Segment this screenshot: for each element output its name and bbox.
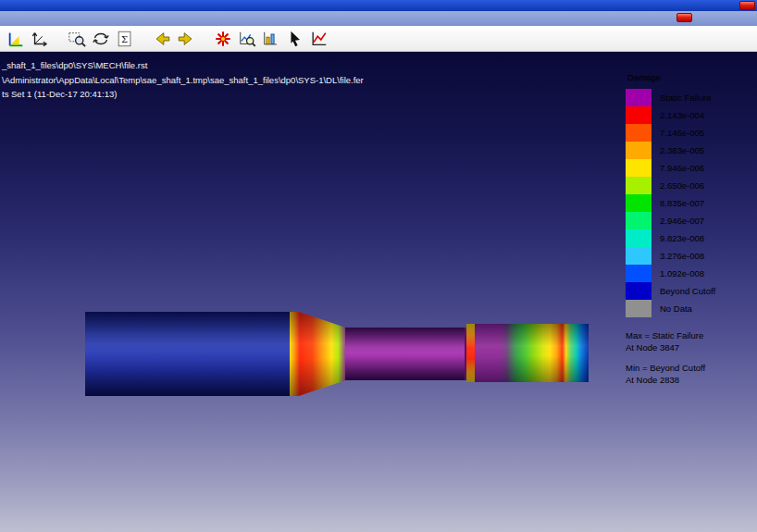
legend-label: 7.146e-005 <box>660 128 704 138</box>
results-set-line: ts Set 1 (11-Dec-17 20:41:13) <box>2 87 364 102</box>
min-node-line: At Node 2838 <box>626 375 715 387</box>
application-window: Σ _shaft_1_files\dp0\SYS\MECH\file.rst \… <box>0 0 757 532</box>
svg-text:Σ: Σ <box>121 33 128 43</box>
child-window-bar <box>0 11 757 27</box>
legend-label: Static Failure <box>660 93 711 103</box>
legend-row: 2.946e-007 <box>626 212 715 229</box>
legend-row: 7.146e-005 <box>626 124 715 142</box>
shaft-section-right[interactable] <box>475 324 589 382</box>
prev-arrow-icon[interactable] <box>151 28 173 50</box>
legend-row: 2.650e-006 <box>626 177 715 194</box>
max-node-line: At Node 3847 <box>626 342 715 354</box>
shaft-groove-ring[interactable] <box>466 324 475 382</box>
legend-label: 2.946e-007 <box>660 216 704 226</box>
shaft-section-middle[interactable] <box>345 328 466 380</box>
fatigue-file-line: \Administrator\AppData\Local\Temp\sae_sh… <box>2 73 364 88</box>
line-plot-icon[interactable] <box>308 28 330 50</box>
axes-icon[interactable] <box>29 28 51 50</box>
legend-swatch <box>626 142 652 159</box>
legend-row: 3.276e-008 <box>626 247 715 265</box>
next-arrow-icon[interactable] <box>175 28 197 50</box>
3d-viewport[interactable]: _shaft_1_files\dp0\SYS\MECH\file.rst \Ad… <box>0 52 757 532</box>
legend-swatch <box>626 229 652 247</box>
legend-swatch <box>626 194 652 212</box>
legend-label: No Data <box>660 303 692 314</box>
plot-axes-icon[interactable] <box>5 28 27 50</box>
zoom-window-icon[interactable] <box>66 28 88 50</box>
toolbar-separator <box>199 38 210 39</box>
child-close-button[interactable] <box>676 13 692 22</box>
chart-zoom-icon[interactable] <box>236 28 258 50</box>
legend-label: 7.946e-006 <box>660 163 704 173</box>
legend-label: 2.650e-006 <box>660 180 704 191</box>
legend-row: 2.383e-005 <box>626 142 715 159</box>
legend-title: Damage <box>627 72 715 82</box>
legend-swatch <box>626 124 652 142</box>
legend-label: 2.143e-004 <box>660 110 704 120</box>
legend-label: 2.383e-005 <box>660 145 704 155</box>
legend-swatch <box>626 106 652 124</box>
legend-row: 9.823e-008 <box>626 229 715 247</box>
legend-swatch <box>626 265 652 282</box>
legend-label: 8.835e-007 <box>660 198 704 208</box>
toolbar: Σ <box>0 26 757 52</box>
legend-swatch <box>626 247 652 265</box>
legend-row: 2.143e-004 <box>626 106 715 124</box>
legend-swatch <box>626 212 652 229</box>
legend-swatch <box>626 89 652 106</box>
legend-max-note: Max = Static Failure At Node 3847 <box>626 330 715 353</box>
orbit-icon[interactable] <box>90 28 112 50</box>
legend-row: Static Failure <box>626 89 715 106</box>
legend-label: Beyond Cutoff <box>660 286 715 296</box>
legend-row: 7.946e-006 <box>626 159 715 177</box>
legend-label: 9.823e-008 <box>660 233 704 243</box>
legend-entries: Static Failure2.143e-0047.146e-0052.383e… <box>626 89 715 317</box>
legend-row: Beyond Cutoff <box>626 282 715 300</box>
legend-label: 3.276e-008 <box>660 251 704 261</box>
legend-swatch <box>626 177 652 194</box>
shaft-section-left[interactable] <box>85 312 290 396</box>
max-value-line: Max = Static Failure <box>626 330 715 342</box>
legend-row: No Data <box>626 300 715 317</box>
legend-row: 8.835e-007 <box>626 194 715 212</box>
legend-swatch <box>626 282 652 300</box>
app-close-button[interactable] <box>739 1 755 10</box>
result-info-block: _shaft_1_files\dp0\SYS\MECH\file.rst \Ad… <box>2 58 364 102</box>
damage-legend: Damage Static Failure2.143e-0047.146e-00… <box>626 72 715 386</box>
toolbar-separator <box>138 38 149 39</box>
chart-bars-icon[interactable] <box>260 28 282 50</box>
legend-row: 1.092e-008 <box>626 265 715 282</box>
legend-min-note: Min = Beyond Cutoff At Node 2838 <box>626 363 715 386</box>
shaft-shoulder-taper[interactable] <box>290 312 346 396</box>
app-titlebar <box>0 0 757 11</box>
legend-swatch <box>626 300 652 317</box>
result-file-line: _shaft_1_files\dp0\SYS\MECH\file.rst <box>2 58 364 73</box>
legend-swatch <box>626 159 652 177</box>
sigma-icon[interactable]: Σ <box>114 28 136 50</box>
pointer-icon[interactable] <box>284 28 306 50</box>
min-value-line: Min = Beyond Cutoff <box>626 363 715 375</box>
legend-label: 1.092e-008 <box>660 268 704 278</box>
toolbar-separator <box>53 38 64 39</box>
red-asterisk-icon[interactable] <box>212 28 234 50</box>
